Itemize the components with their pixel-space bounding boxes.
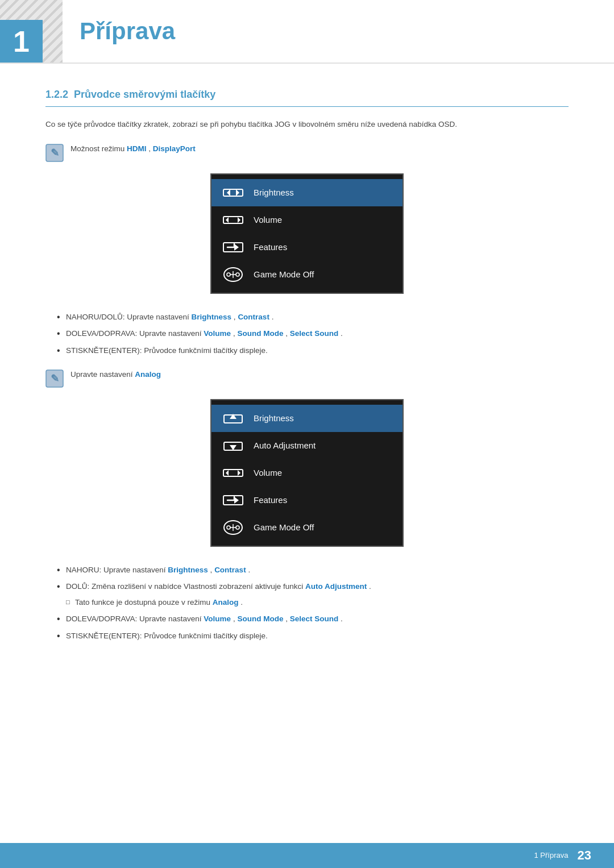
osd-row-volume-2: Volume: [211, 459, 403, 487]
bullet2-1-contrast: Contrast: [214, 566, 246, 574]
chapter-title-block: Příprava: [63, 0, 175, 63]
chapter-number: 1: [13, 27, 30, 56]
bullet1-1-brightness: Brightness: [192, 313, 232, 321]
gamemode-icon-1: [223, 267, 243, 283]
intro-paragraph: Co se týče průvodce tlačítky zkratek, zo…: [45, 118, 569, 131]
note2-icon: ✎: [45, 369, 64, 388]
osd-box-1: Brightness Volume: [210, 173, 404, 294]
bullet-list-2: NAHORU: Upravte nastavení Brightness , C…: [57, 564, 569, 642]
note2-highlight-analog: Analog: [135, 370, 161, 379]
section-title: Průvodce směrovými tlačítky: [74, 89, 215, 100]
svg-marker-22: [226, 470, 229, 476]
note1-highlight-hdmi: HDMI: [127, 144, 147, 153]
osd-row-autoadj: Auto Adjustment: [211, 432, 403, 459]
volume-icon-1: [223, 212, 243, 228]
brightness-up-icon: [223, 410, 243, 426]
osd-box-2: Brightness Auto Adjustment: [210, 399, 404, 547]
bullet2-4: STISKNĚTE(ENTER): Průvodce funkčními tla…: [57, 630, 569, 642]
bullet1-1: NAHORU/DOLŮ: Upravte nastavení Brightnes…: [57, 311, 569, 323]
osd-label-brightness-1: Brightness: [254, 186, 294, 200]
volume-icon-2: [223, 465, 243, 481]
svg-marker-7: [238, 217, 240, 223]
bullet1-2-volume: Volume: [204, 329, 231, 338]
bullet2-3-volume: Volume: [204, 614, 231, 623]
osd-container-2: Brightness Auto Adjustment: [45, 399, 569, 547]
page-header: 1 Příprava: [0, 0, 614, 64]
note1-separator: ,: [148, 144, 153, 153]
osd-row-features-2: Features: [211, 487, 403, 514]
section-id: 1.2.2: [45, 89, 68, 100]
osd-row-volume-1: Volume: [211, 206, 403, 234]
svg-text:✎: ✎: [51, 147, 59, 159]
osd-label-features-1: Features: [254, 240, 287, 254]
bullet2-2: DOLŮ: Změna rozlišení v nabídce Vlastnos…: [57, 580, 569, 608]
footer-page-number: 23: [578, 845, 591, 865]
chapter-title: Příprava: [80, 12, 175, 50]
bullet2-1: NAHORU: Upravte nastavení Brightness , C…: [57, 564, 569, 576]
note1-highlight-dp: DisplayPort: [153, 144, 196, 153]
sub-bullet-analog: Analog: [213, 598, 239, 607]
bullet2-1-brightness: Brightness: [168, 566, 208, 574]
bullet1-3: STISKNĚTE(ENTER): Průvodce funkčními tla…: [57, 344, 569, 357]
note2-row: ✎ Upravte nastavení Analog: [45, 368, 569, 388]
svg-marker-25: [234, 497, 239, 504]
note2-text: Upravte nastavení Analog: [70, 368, 161, 381]
svg-marker-20: [230, 445, 237, 450]
chapter-stripe: 1: [0, 0, 63, 63]
svg-marker-4: [236, 189, 239, 196]
osd-row-gamemode-2: Game Mode Off: [211, 514, 403, 541]
osd-row-brightness-2: Brightness: [211, 405, 403, 432]
bullet1-2-soundmode: Sound Mode: [237, 329, 283, 338]
osd-label-volume-1: Volume: [254, 213, 282, 227]
main-content: 1.2.2 Průvodce směrovými tlačítky Co se …: [0, 86, 614, 699]
footer-text: 1 Příprava: [534, 850, 569, 862]
features-icon-1: [223, 239, 243, 255]
bullet-list-1: NAHORU/DOLŮ: Upravte nastavení Brightnes…: [57, 311, 569, 357]
osd-row-gamemode-1: Game Mode Off: [211, 261, 403, 288]
note1-text: Možnost režimu HDMI , DisplayPort: [70, 143, 196, 155]
osd-row-brightness-1: Brightness: [211, 179, 403, 206]
chapter-number-overlay: 1: [0, 0, 63, 63]
bullet2-3-selectsound: Select Sound: [290, 614, 339, 623]
bullet2-2-autoadj: Auto Adjustment: [305, 582, 367, 591]
osd-label-gamemode-2: Game Mode Off: [254, 521, 314, 534]
osd-label-features-2: Features: [254, 493, 287, 507]
svg-text:✎: ✎: [51, 373, 59, 384]
bullet1-2-selectsound: Select Sound: [290, 329, 339, 338]
sub-list-2: Tato funkce je dostupná pouze v režimu A…: [66, 596, 569, 609]
bullet2-3: DOLEVA/DOPRAVA: Upravte nastavení Volume…: [57, 613, 569, 625]
osd-container-1: Brightness Volume: [45, 173, 569, 294]
note1-row: ✎ Možnost režimu HDMI , DisplayPort: [45, 143, 569, 162]
osd-label-autoadj: Auto Adjustment: [254, 439, 316, 452]
brightness-icon-1: [223, 185, 243, 201]
svg-marker-6: [226, 217, 229, 223]
svg-marker-3: [227, 189, 230, 196]
features-icon-2: [223, 492, 243, 508]
svg-marker-9: [234, 244, 239, 251]
osd-row-features-1: Features: [211, 234, 403, 261]
bullet1-1-contrast: Contrast: [238, 313, 269, 321]
osd-label-brightness-2: Brightness: [254, 412, 294, 425]
osd-label-gamemode-1: Game Mode Off: [254, 268, 314, 281]
section-heading: 1.2.2 Průvodce směrovými tlačítky: [45, 86, 569, 107]
svg-rect-2: [223, 189, 243, 196]
bullet2-3-soundmode: Sound Mode: [237, 614, 283, 623]
chapter-blue-block: 1: [0, 20, 43, 63]
note1-text-before: Možnost režimu: [70, 144, 127, 153]
sub-bullet-2: Tato funkce je dostupná pouze v režimu A…: [66, 596, 569, 609]
osd-label-volume-2: Volume: [254, 466, 282, 480]
bullet1-2: DOLEVA/DOPRAVA: Upravte nastavení Volume…: [57, 327, 569, 340]
gamemode-icon-2: [223, 520, 243, 535]
note2-text-before: Upravte nastavení: [70, 370, 135, 379]
page-footer: 1 Příprava 23: [0, 843, 614, 868]
svg-marker-23: [238, 470, 240, 476]
note1-icon: ✎: [45, 144, 64, 162]
auto-adj-icon: [223, 438, 243, 454]
